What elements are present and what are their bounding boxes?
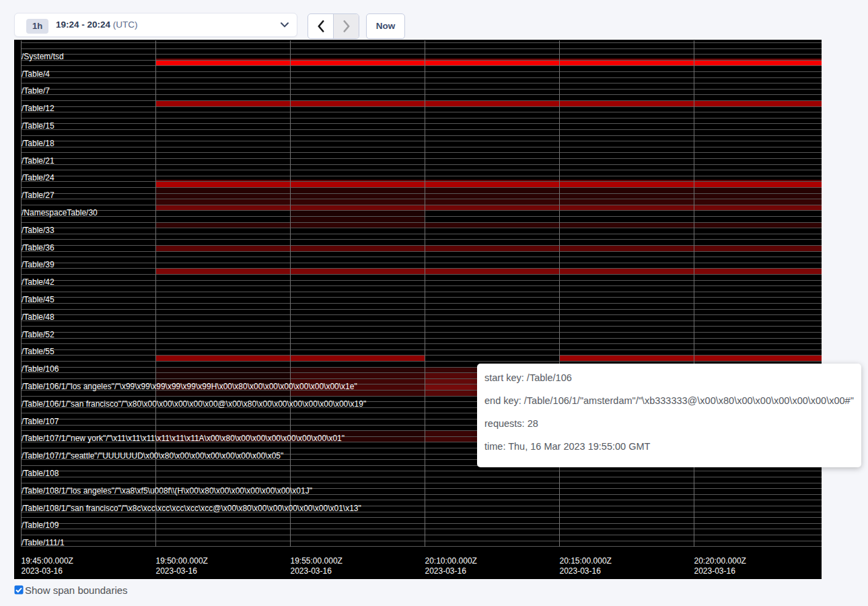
svg-text:/Table/21: /Table/21 xyxy=(22,156,55,166)
svg-text:/Table/36: /Table/36 xyxy=(22,243,55,252)
svg-text:/Table/107/1/"seattle"/"UUUUUU: /Table/107/1/"seattle"/"UUUUUUD\x00\x80\… xyxy=(22,451,283,461)
svg-text:20:20:00.000Z: 20:20:00.000Z xyxy=(694,556,746,566)
svg-text:/Table/107: /Table/107 xyxy=(22,417,59,426)
svg-text:/Table/27: /Table/27 xyxy=(22,191,55,200)
svg-text:19:50:00.000Z: 19:50:00.000Z xyxy=(156,556,208,566)
svg-text:/Table/7: /Table/7 xyxy=(22,86,50,96)
svg-text:/Table/109: /Table/109 xyxy=(22,520,59,530)
svg-text:/Table/42: /Table/42 xyxy=(22,277,55,287)
svg-text:/Table/48: /Table/48 xyxy=(22,312,55,322)
svg-text:2023-03-16: 2023-03-16 xyxy=(291,566,332,576)
svg-text:/Table/45: /Table/45 xyxy=(22,295,55,304)
svg-text:/System/tsd: /System/tsd xyxy=(22,52,64,61)
svg-text:/NamespaceTable/30: /NamespaceTable/30 xyxy=(22,208,98,217)
svg-text:/Table/111/1: /Table/111/1 xyxy=(22,538,65,547)
svg-text:/Table/107/1/"new york"/"\x11\: /Table/107/1/"new york"/"\x11\x11\x11\x1… xyxy=(22,434,345,443)
svg-text:19:55:00.000Z: 19:55:00.000Z xyxy=(291,556,342,566)
svg-text:/Table/106: /Table/106 xyxy=(22,364,59,374)
svg-text:/Table/18: /Table/18 xyxy=(22,139,55,148)
svg-text:/Table/106/1/"san francisco"/": /Table/106/1/"san francisco"/"\x80\x00\x… xyxy=(22,399,366,409)
svg-text:/Table/52: /Table/52 xyxy=(22,330,55,339)
svg-text:/Table/39: /Table/39 xyxy=(22,260,55,269)
svg-text:/Table/108/1/"san francisco"/": /Table/108/1/"san francisco"/"\x8c\xcc\x… xyxy=(22,504,361,513)
svg-text:2023-03-16: 2023-03-16 xyxy=(22,566,63,576)
svg-text:/Table/33: /Table/33 xyxy=(22,226,55,235)
svg-text:2023-03-16: 2023-03-16 xyxy=(425,566,467,576)
svg-text:/Table/108/1/"los angeles"/"\x: /Table/108/1/"los angeles"/"\xa8\xf5\u00… xyxy=(22,486,312,496)
svg-text:/Table/12: /Table/12 xyxy=(22,104,55,113)
svg-text:2023-03-16: 2023-03-16 xyxy=(694,566,736,576)
svg-text:20:10:00.000Z: 20:10:00.000Z xyxy=(425,556,477,566)
svg-text:20:15:00.000Z: 20:15:00.000Z xyxy=(560,556,612,566)
svg-text:/Table/24: /Table/24 xyxy=(22,173,55,182)
svg-text:/Table/108: /Table/108 xyxy=(22,469,59,478)
svg-text:/Table/55: /Table/55 xyxy=(22,347,55,356)
svg-text:2023-03-16: 2023-03-16 xyxy=(156,566,198,576)
svg-text:2023-03-16: 2023-03-16 xyxy=(560,566,602,576)
svg-text:/Table/4: /Table/4 xyxy=(22,69,50,79)
svg-text:/Table/106/1/"los angeles"/"\x: /Table/106/1/"los angeles"/"\x99\x99\x99… xyxy=(22,382,357,391)
svg-text:/Table/15: /Table/15 xyxy=(22,121,55,131)
svg-text:19:45:00.000Z: 19:45:00.000Z xyxy=(22,556,73,566)
